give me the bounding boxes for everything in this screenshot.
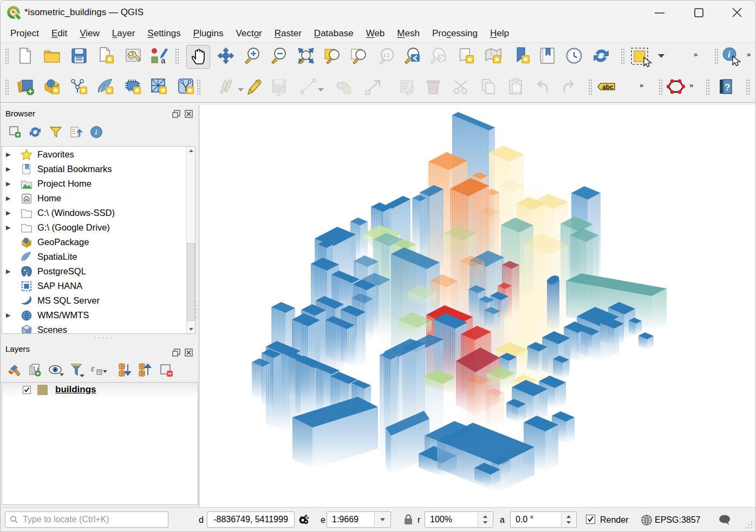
svg-text:1:1: 1:1 (383, 52, 390, 58)
svg-text:ε: ε (91, 363, 95, 373)
svg-text:a: a (161, 56, 166, 65)
svg-text:i: i (95, 128, 97, 136)
svg-text:abc: abc (602, 83, 614, 91)
svg-text:i: i (728, 49, 731, 60)
svg-text:?: ? (725, 82, 730, 93)
